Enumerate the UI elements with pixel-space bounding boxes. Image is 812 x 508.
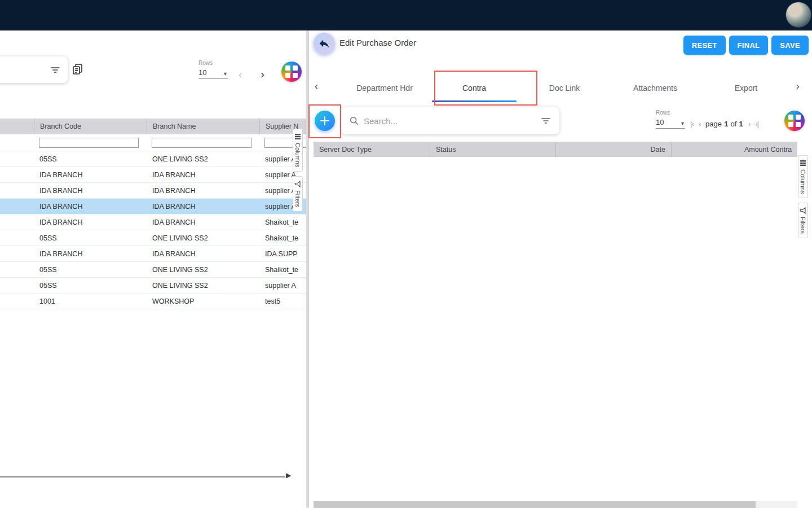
page-title: Edit Purchase Order [339,38,416,47]
column-header-branch-code[interactable]: Branch Code [34,119,147,134]
columns-side-tab[interactable]: Columns [293,129,303,172]
edit-purchase-order-panel: Edit Purchase Order RESET FINAL SAVE ‹ D… [309,30,812,508]
cell: 05SS [34,234,147,242]
tab-attachments[interactable]: Attachments [610,74,700,102]
columns-side-tab-label: Columns [294,143,301,167]
column-header-date[interactable]: Date [555,142,671,157]
add-contra-button[interactable] [315,111,335,131]
tab-department-hdr[interactable]: Department Hdr [339,74,430,102]
cell: ONE LIVING SS2 [147,155,259,163]
rows-per-page-select[interactable]: 10 ▼ [656,118,685,129]
left-toolbar-pill [0,56,68,83]
search-icon [349,116,359,126]
left-side-tabs: Columns Filters [293,129,303,212]
filter-icon [800,207,806,214]
table-row[interactable]: IDA BRANCHIDA BRANCHShaikot_te [0,214,306,230]
cell: Shaikot_te [259,266,306,274]
column-header-amount-contra[interactable]: Amount Contra [671,142,797,157]
table-row[interactable]: 05SSONE LIVING SS2supplier A [0,278,306,294]
next-page-icon[interactable]: › [748,120,750,128]
column-header-status[interactable]: Status [430,142,555,157]
copy-icon[interactable] [71,62,85,76]
user-avatar[interactable] [785,2,811,28]
app-root: Rows 10 ▼ ‹ › Branch Code Branch Name Su… [0,0,812,508]
of-label: of [731,120,737,128]
tabs-scroll-left-icon[interactable]: ‹ [315,81,318,92]
cell: IDA BRANCH [34,203,147,211]
grid-view-icon[interactable] [281,62,302,82]
tab-bar: ‹ Department Hdr Contra Doc Link Attachm… [309,74,812,102]
columns-icon [294,133,301,140]
pagination: |‹ ‹ page 1 of 1 › ›| [690,120,758,128]
filters-side-tab[interactable]: Filters [293,176,303,212]
cell: IDA BRANCH [34,250,147,258]
filters-side-tab-label: Filters [294,190,301,207]
rows-label: Rows [656,110,685,116]
branch-list-panel: Rows 10 ▼ ‹ › Branch Code Branch Name Su… [0,30,306,508]
cell: Shaikot_te [259,234,306,242]
table-row[interactable]: 05SSONE LIVING SS2supplier A [0,151,306,167]
column-header-branch-name[interactable]: Branch Name [147,119,259,134]
previous-page-icon[interactable]: ‹ [699,120,700,128]
horizontal-scrollbar-thumb[interactable] [314,501,756,508]
final-button[interactable]: FINAL [729,36,769,55]
tab-export[interactable]: Export [701,74,791,102]
rows-label: Rows [198,60,228,66]
branch-name-filter-input[interactable] [152,138,251,148]
cell: IDA BRANCH [147,171,259,179]
horizontal-scrollbar-track[interactable] [314,501,797,508]
tab-contra[interactable]: Contra [429,74,519,102]
previous-page-button[interactable]: ‹ [239,69,242,80]
table-row[interactable]: 05SSONE LIVING SS2Shaikot_te [0,230,306,246]
reset-button[interactable]: RESET [683,36,726,55]
cell: IDA BRANCH [147,250,259,258]
filter-icon [294,181,301,187]
branch-table-body: 05SSONE LIVING SS2supplier AIDA BRANCHID… [0,151,306,309]
table-row[interactable]: IDA BRANCHIDA BRANCHIDA SUPP [0,246,306,262]
tabs-scroll-right-icon[interactable]: › [796,81,800,92]
search-filter-icon[interactable] [540,115,551,126]
columns-side-tab[interactable]: Columns [798,155,808,198]
cell: IDA BRANCH [147,203,259,211]
rows-per-page-select[interactable]: 10 ▼ [198,68,228,79]
table-row[interactable]: 1001WORKSHOPtest5 [0,294,306,309]
columns-icon [800,160,806,167]
cell: IDA SUPP [259,250,306,258]
grid-view-icon[interactable] [784,111,805,131]
horizontal-scrollbar[interactable] [0,476,285,478]
cell: ONE LIVING SS2 [147,234,259,242]
rows-value: 10 [656,118,664,126]
cell: WORKSHOP [147,297,259,305]
cell: IDA BRANCH [34,171,147,179]
cell: ONE LIVING SS2 [147,282,259,290]
last-page-icon[interactable]: ›| [755,120,758,128]
rows-value: 10 [198,68,206,77]
filter-list-icon[interactable] [50,64,61,76]
table-row[interactable]: IDA BRANCHIDA BRANCHsupplier A [0,167,306,183]
cell: IDA BRANCH [34,218,147,226]
search-input[interactable] [364,116,536,126]
contra-table-header: Server Doc Type Status Date Amount Contr… [314,142,797,157]
search-box [341,107,559,134]
scroll-right-arrow-icon[interactable]: ▶ [286,471,291,479]
right-side-tabs: Columns Filters [798,155,808,238]
column-header-empty [0,119,34,134]
cell: IDA BRANCH [147,218,259,226]
first-page-icon[interactable]: |‹ [690,120,694,128]
save-button[interactable]: SAVE [771,36,809,55]
next-page-button[interactable]: › [261,68,264,80]
branch-code-filter-input[interactable] [39,138,139,148]
back-arrow-icon [318,37,330,50]
column-header-server-doc-type[interactable]: Server Doc Type [314,142,430,157]
table-row[interactable]: 05SSONE LIVING SS2Shaikot_te [0,262,306,278]
contra-table-body-empty [314,157,797,499]
back-button[interactable] [314,33,335,54]
table-row[interactable]: IDA BRANCHIDA BRANCHsupplier A [0,183,306,199]
total-pages-number: 1 [739,120,743,128]
table-row[interactable]: IDA BRANCHIDA BRANCHsupplier A [0,199,306,214]
chevron-down-icon: ▼ [223,71,228,77]
rows-per-page-control: Rows 10 ▼ [656,110,685,129]
tab-doc-link[interactable]: Doc Link [519,74,610,102]
filters-side-tab[interactable]: Filters [798,203,808,238]
cell: 1001 [34,297,147,305]
